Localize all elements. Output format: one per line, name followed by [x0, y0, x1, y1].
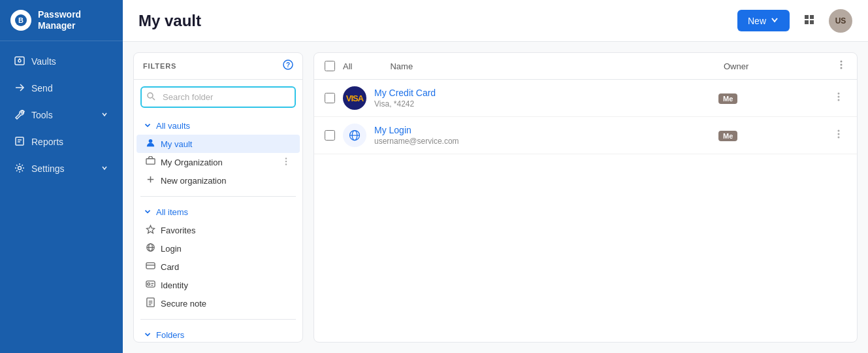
sidebar-item-reports[interactable]: Reports [4, 129, 119, 155]
new-button-chevron-icon [770, 15, 779, 26]
search-folder-input[interactable] [140, 86, 296, 108]
sidebar-reports-label: Reports [31, 137, 63, 147]
svg-rect-10 [805, 15, 809, 19]
new-button[interactable]: New [737, 10, 790, 31]
sidebar-send-label: Send [31, 83, 53, 93]
row-checkbox-1[interactable] [325, 93, 335, 103]
card-icon [146, 261, 155, 273]
filters-title: FILTERS [143, 62, 176, 70]
grid-view-button[interactable] [797, 9, 821, 33]
visa-card-icon: VISA [343, 86, 366, 110]
svg-point-53 [838, 137, 840, 139]
filters-body: All vaults My vault [134, 80, 302, 342]
identity-label: Identity [161, 280, 188, 290]
item-sub-1: Visa, *4242 [374, 99, 711, 109]
svg-point-22 [285, 163, 287, 165]
svg-rect-6 [16, 137, 24, 145]
login-item[interactable]: Login [137, 239, 300, 258]
filters-header: FILTERS ? [134, 53, 302, 80]
svg-rect-29 [146, 263, 155, 269]
new-org-item[interactable]: New organization [137, 171, 300, 190]
item-more-icon-1[interactable] [831, 89, 846, 107]
all-vaults-collapse[interactable]: All vaults [134, 117, 302, 135]
table-row[interactable]: VISA My Credit Card Visa, *4242 Me [314, 80, 857, 117]
owner-column-header: Owner [724, 61, 828, 71]
my-org-item[interactable]: My Organization [137, 153, 300, 171]
vault-icon [14, 56, 25, 68]
folders-chevron-icon [143, 329, 152, 341]
svg-point-16 [148, 93, 153, 98]
item-owner-2: Me [718, 129, 823, 141]
identity-icon [146, 279, 155, 291]
my-vault-label: My vault [161, 139, 192, 149]
my-vault-item[interactable]: My vault [137, 135, 300, 153]
folders-section: Folders My Folder [134, 324, 302, 342]
items-panel: All Name Owner VISA My Credit Card Vi [313, 52, 858, 343]
sidebar-item-send[interactable]: Send [4, 76, 119, 101]
vaults-section: All vaults My vault [134, 114, 302, 192]
my-org-more-icon[interactable] [281, 157, 291, 168]
favorites-label: Favorites [161, 226, 195, 235]
sidebar-vaults-label: Vaults [31, 56, 56, 67]
sidebar: B Password Manager Vaults Send [0, 0, 123, 353]
svg-rect-19 [146, 159, 155, 164]
me-badge-2: Me [718, 131, 737, 141]
star-icon [146, 224, 155, 236]
item-more-icon-2[interactable] [831, 126, 846, 144]
item-sub-2: username@service.com [374, 137, 711, 146]
header-actions: New US [737, 9, 852, 33]
folders-label: Folders [156, 330, 184, 340]
svg-rect-35 [147, 298, 154, 307]
search-folder-icon [146, 92, 155, 103]
svg-rect-13 [810, 20, 814, 24]
svg-point-3 [18, 59, 21, 62]
svg-point-51 [838, 130, 840, 132]
filters-panel: FILTERS ? [133, 52, 303, 343]
new-org-label: New organization [161, 176, 226, 186]
plus-icon [146, 175, 155, 186]
reports-icon [14, 136, 25, 148]
item-name-1: My Credit Card [374, 88, 711, 98]
sidebar-header: B Password Manager [0, 0, 123, 41]
svg-point-42 [841, 61, 843, 63]
sidebar-nav: Vaults Send Tools [0, 41, 123, 353]
secure-note-item[interactable]: Secure note [137, 294, 300, 312]
main-area: My vault New [123, 0, 868, 353]
card-item[interactable]: Card [137, 258, 300, 276]
all-items-label: All items [156, 207, 188, 217]
avatar-initials: US [835, 16, 846, 25]
my-org-label: My Organization [161, 158, 223, 167]
identity-item[interactable]: Identity [137, 276, 300, 294]
filters-help-icon[interactable]: ? [283, 59, 293, 73]
favorites-item[interactable]: Favorites [137, 221, 300, 239]
svg-point-52 [838, 133, 840, 135]
row-checkbox-2[interactable] [325, 130, 335, 141]
login-label: Login [161, 244, 182, 254]
table-more-options-icon[interactable] [836, 59, 846, 73]
app-logo: B [10, 10, 31, 31]
collapse-icon [143, 120, 152, 131]
avatar[interactable]: US [829, 9, 852, 33]
svg-line-17 [153, 97, 155, 100]
content-area: FILTERS ? [123, 42, 868, 353]
person-icon [146, 138, 155, 150]
svg-point-44 [841, 67, 843, 69]
sidebar-item-tools[interactable]: Tools [4, 103, 119, 128]
svg-marker-25 [146, 226, 154, 233]
all-vaults-label: All vaults [156, 121, 190, 131]
tools-icon [14, 109, 25, 122]
svg-text:B: B [18, 16, 24, 24]
folders-collapse[interactable]: Folders [134, 326, 302, 342]
select-all-checkbox[interactable] [325, 61, 335, 71]
sidebar-item-settings[interactable]: Settings [4, 156, 119, 182]
divider-2 [140, 319, 296, 320]
svg-point-18 [149, 139, 153, 143]
sidebar-item-vaults[interactable]: Vaults [4, 49, 119, 75]
all-items-chevron-icon [143, 207, 152, 218]
item-owner-1: Me [718, 92, 823, 104]
table-row[interactable]: My Login username@service.com Me [314, 117, 857, 154]
svg-point-32 [148, 283, 150, 286]
card-label: Card [161, 262, 179, 272]
items-table-header: All Name Owner [314, 53, 857, 80]
all-items-collapse[interactable]: All items [134, 203, 302, 221]
